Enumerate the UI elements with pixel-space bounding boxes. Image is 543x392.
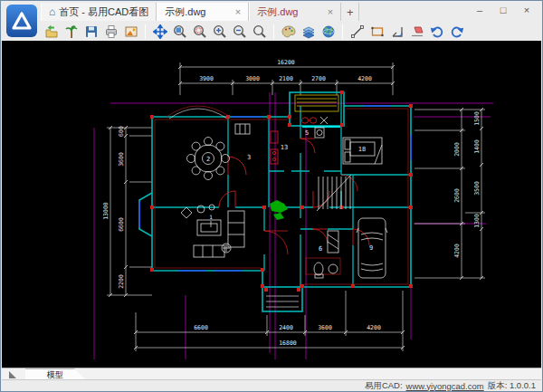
dim-right-outer-seg: 1300 — [473, 214, 481, 228]
toolbar-separator — [342, 24, 343, 39]
dim-top-seg: 4200 — [357, 75, 372, 82]
redo-icon[interactable] — [448, 23, 465, 40]
tab-doc1-close-icon[interactable]: × — [235, 6, 241, 17]
dim-left-seg: 600 — [118, 126, 125, 137]
dim-bottom-seg: 4200 — [367, 324, 381, 331]
zoom-extents-icon[interactable] — [171, 23, 188, 40]
dim-bottom-seg: 6600 — [194, 324, 208, 331]
open-icon[interactable] — [43, 23, 60, 40]
dim-top-seg: 3900 — [199, 75, 214, 82]
dim-bottom-seg: 3600 — [318, 324, 332, 331]
status-version: 版本: 1.0.0.1 — [488, 380, 536, 392]
tab-doc2-label: 示例.dwg — [257, 5, 298, 19]
dim-left-total: 13000 — [102, 202, 110, 220]
save-icon[interactable] — [82, 23, 100, 40]
room-label-garage: 9 — [369, 244, 373, 252]
window-controls: – □ × — [468, 3, 538, 17]
dim-top-total: 16200 — [277, 59, 295, 66]
floor-plan: 16200 3900 3000 2100 2700 4200 13000 600… — [2, 41, 541, 368]
tab-doc1-label: 示例.dwg — [165, 5, 205, 19]
status-app-label: 易用CAD: — [365, 380, 403, 392]
plant-symbol — [270, 200, 288, 220]
furniture — [181, 117, 387, 278]
dim-left-seg: 3600 — [118, 152, 125, 167]
tree-icon[interactable] — [62, 23, 80, 40]
axis-lines — [94, 92, 493, 359]
close-button[interactable]: × — [515, 3, 538, 17]
globe-icon[interactable] — [319, 23, 337, 40]
dim-right-outer-seg: 1400 — [473, 139, 481, 154]
toolbar-separator — [145, 24, 146, 39]
zoom-realtime-icon[interactable] — [251, 23, 268, 40]
image-export-icon[interactable] — [122, 23, 139, 40]
tab-doc1[interactable]: 示例.dwg × — [157, 3, 249, 21]
zoom-window-icon[interactable] — [191, 23, 208, 40]
erase-measure-icon[interactable] — [408, 23, 425, 40]
tab-doc2-close-icon[interactable]: × — [328, 6, 333, 17]
status-bar: 易用CAD: www.yiyongcad.com 版本: 1.0.0.1 — [2, 379, 541, 391]
home-icon: ⌂ — [49, 5, 55, 18]
room-label-bath-bottom: 6 — [319, 245, 322, 253]
drawing-canvas[interactable]: 16200 3900 3000 2100 2700 4200 13000 600… — [2, 41, 541, 368]
zoom-out-icon[interactable] — [231, 23, 248, 40]
pan-icon[interactable] — [151, 23, 168, 40]
minimize-button[interactable]: – — [468, 3, 491, 17]
undo-icon[interactable] — [428, 23, 445, 40]
tab-home-label: 首页 - 易用CAD看图 — [59, 5, 148, 19]
sheet-nav-icon[interactable] — [9, 371, 16, 378]
dim-top-seg: 3000 — [245, 75, 260, 82]
dim-bottom-seg: 2400 — [279, 324, 293, 331]
measure-rect-icon[interactable] — [368, 23, 386, 40]
status-url-link[interactable]: www.yiyongcad.com — [406, 381, 484, 391]
tab-doc2[interactable]: 示例.dwg × — [249, 3, 341, 21]
dim-right-outer-seg: 1500 — [473, 111, 481, 126]
red-fixtures — [150, 91, 413, 292]
room-label-dining: 2 — [206, 156, 210, 163]
dim-right-seg: 2000 — [453, 142, 461, 157]
app-logo-icon[interactable] — [6, 5, 37, 37]
dim-left-seg: 6600 — [118, 217, 125, 232]
measure-line-icon[interactable] — [348, 23, 366, 40]
dimension-labels: 16200 3900 3000 2100 2700 4200 13000 600… — [102, 59, 481, 347]
dim-left-seg: 2200 — [118, 274, 125, 289]
dim-right-seg: 2600 — [453, 188, 461, 203]
dim-bottom-total: 16800 — [279, 339, 297, 347]
toolbar — [43, 22, 465, 41]
tab-home[interactable]: ⌂ 首页 - 易用CAD看图 — [41, 3, 157, 21]
app-window: ⌂ 首页 - 易用CAD看图 示例.dwg × 示例.dwg × + – □ × — [0, 0, 543, 392]
model-tab[interactable]: 模型 — [25, 368, 85, 379]
new-tab-button[interactable]: + — [341, 3, 359, 21]
room-label-kitchen: 13 — [281, 144, 288, 151]
room-label-bedroom: 18 — [358, 146, 366, 153]
room-label-room3: 3 — [247, 154, 251, 161]
maximize-button[interactable]: □ — [491, 3, 515, 17]
print-icon[interactable] — [102, 23, 119, 40]
dim-right-seg: 4200 — [453, 244, 461, 258]
palette-icon[interactable] — [280, 23, 297, 40]
tab-bar: ⌂ 首页 - 易用CAD看图 示例.dwg × 示例.dwg × + — [41, 3, 359, 21]
room-label-living: 1 — [209, 214, 213, 220]
dim-top-seg: 2700 — [311, 75, 326, 82]
measure-angle-icon[interactable] — [388, 23, 405, 40]
zoom-in-icon[interactable] — [211, 23, 228, 40]
layers-icon[interactable] — [300, 23, 317, 40]
dim-top-seg: 2100 — [279, 75, 293, 82]
dim-right-outer-seg: 3500 — [473, 181, 481, 196]
model-bar: 模型 — [2, 368, 541, 379]
toolbar-separator — [273, 24, 274, 39]
room-label-bath-top: 5 — [305, 129, 309, 137]
